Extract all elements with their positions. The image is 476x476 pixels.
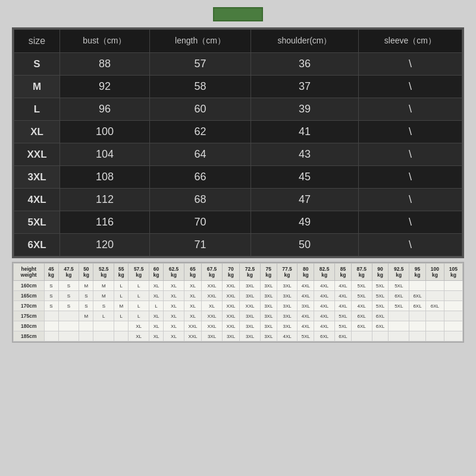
size-value: 4XL <box>335 281 352 291</box>
size-value: L <box>129 301 149 311</box>
size-value: XL <box>164 321 184 331</box>
size-value: XL <box>164 311 184 321</box>
size-value: S <box>58 291 79 301</box>
size-value: L <box>149 301 164 311</box>
table-row: XL1006241\ <box>14 121 462 143</box>
size-value: L <box>129 281 149 291</box>
size-value <box>409 311 426 321</box>
size-value: 6XL <box>372 311 389 321</box>
size-value: 6XL <box>409 291 426 301</box>
size-cell: 6XL <box>14 234 60 256</box>
value-cell: 68 <box>149 189 250 211</box>
ref-weight-header-2: 50 kg <box>79 264 93 281</box>
size-value: S <box>93 301 114 311</box>
size-value: XL <box>184 281 201 291</box>
size-value: 6XL <box>351 321 372 331</box>
ref-weight-header-14: 80 kg <box>298 264 314 281</box>
size-value <box>58 321 79 331</box>
size-value: 4XL <box>351 301 372 311</box>
size-value: M <box>93 281 114 291</box>
size-value: 6XL <box>314 331 335 342</box>
value-cell: 60 <box>149 98 250 121</box>
size-value: 5XL <box>372 281 389 291</box>
size-value <box>93 321 114 331</box>
size-value: 3XL <box>202 331 223 342</box>
size-value: S <box>79 301 93 311</box>
size-value: XXL <box>222 301 239 311</box>
height-label: 175cm <box>14 311 45 321</box>
value-cell: 71 <box>149 234 250 256</box>
value-cell: 64 <box>149 143 250 166</box>
size-value: 3XL <box>298 301 314 311</box>
size-value: XXL <box>222 281 239 291</box>
size-value: 3XL <box>240 281 261 291</box>
size-value <box>444 281 462 291</box>
value-cell: 43 <box>251 143 359 166</box>
ref-weight-header-3: 52.5 kg <box>93 264 114 281</box>
size-value: XXL <box>202 321 223 331</box>
size-value: 6XL <box>409 301 426 311</box>
size-value: S <box>44 291 58 301</box>
size-value <box>44 311 58 321</box>
size-value: 6XL <box>389 291 409 301</box>
ref-weight-header-18: 90 kg <box>372 264 389 281</box>
size-cell: 5XL <box>14 211 60 234</box>
ref-weight-header-6: 60 kg <box>149 264 164 281</box>
table-row: 4XL1126847\ <box>14 189 462 211</box>
list-item: 180cmXLXLXLXXLXXLXXL3XL3XL3XL4XL4XL5XL6X… <box>14 321 463 331</box>
size-value <box>58 331 79 342</box>
size-value: XL <box>184 291 201 301</box>
ref-table-container: height weight45 kg47.5 kg50 kg52.5 kg55 … <box>12 262 464 343</box>
height-label: 170cm <box>14 301 45 311</box>
value-cell: \ <box>358 166 462 189</box>
size-cell: M <box>14 76 60 98</box>
size-value: XL <box>184 311 201 321</box>
size-value <box>79 321 93 331</box>
ref-weight-header-7: 62.5 kg <box>164 264 184 281</box>
size-cell: 3XL <box>14 166 60 189</box>
size-value: 5XL <box>372 291 389 301</box>
table-row: L966039\ <box>14 98 462 121</box>
value-cell: \ <box>358 53 462 76</box>
size-value: XL <box>184 301 201 311</box>
size-value: 4XL <box>314 311 335 321</box>
list-item: 165cmSSSMLLXLXLXLXXLXXL3XL3XL3XL4XL4XL4X… <box>14 291 463 301</box>
value-cell: 47 <box>251 189 359 211</box>
size-value: XL <box>149 321 164 331</box>
size-value: 3XL <box>277 291 298 301</box>
ref-weight-header-19: 92.5 kg <box>389 264 409 281</box>
height-label: 165cm <box>14 291 45 301</box>
ref-weight-header-0: 45 kg <box>44 264 58 281</box>
size-value: 4XL <box>298 291 314 301</box>
size-value: XL <box>149 281 164 291</box>
size-value: S <box>58 281 79 291</box>
ref-weight-header-17: 87.5 kg <box>351 264 372 281</box>
size-value: S <box>44 301 58 311</box>
list-item: 170cmSSSSMLLXLXLXLXXLXXL3XL3XL3XL4XL4XL4… <box>14 301 463 311</box>
size-value: XXL <box>202 281 223 291</box>
value-cell: 57 <box>149 53 250 76</box>
size-value <box>409 281 426 291</box>
size-value <box>444 291 462 301</box>
height-label: 160cm <box>14 281 45 291</box>
size-value: 4XL <box>298 281 314 291</box>
size-value: XL <box>202 301 223 311</box>
height-label: 185cm <box>14 331 45 342</box>
size-value <box>351 331 372 342</box>
value-cell: 49 <box>251 211 359 234</box>
ref-corner-header: height weight <box>14 264 45 281</box>
size-value: XXL <box>222 291 239 301</box>
ref-weight-header-15: 82.5 kg <box>314 264 335 281</box>
size-value <box>58 311 79 321</box>
height-label: 180cm <box>14 321 45 331</box>
size-value <box>425 311 444 321</box>
size-value: 6XL <box>351 311 372 321</box>
ref-size-table: height weight45 kg47.5 kg50 kg52.5 kg55 … <box>13 263 463 342</box>
size-value: 3XL <box>260 321 277 331</box>
value-cell: \ <box>358 189 462 211</box>
size-value: XL <box>164 301 184 311</box>
size-value: 3XL <box>260 301 277 311</box>
size-cell: XXL <box>14 143 60 166</box>
size-value: 5XL <box>298 331 314 342</box>
size-value <box>389 311 409 321</box>
